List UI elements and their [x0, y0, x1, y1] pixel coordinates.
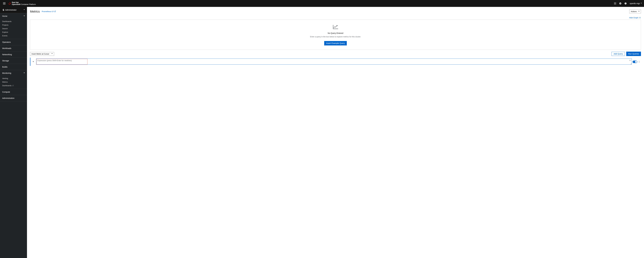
nav-item-operators[interactable]: Operators — [0, 39, 27, 45]
insert-example-query-button[interactable]: Insert Example Query — [324, 41, 347, 46]
svg-rect-2 — [615, 2, 615, 3]
svg-rect-3 — [616, 2, 616, 3]
clear-expression-button[interactable]: × — [630, 59, 631, 62]
plus-icon[interactable] — [619, 2, 622, 4]
nav-item-workloads[interactable]: Workloads — [0, 45, 27, 51]
nav-item-home[interactable]: Home — [0, 13, 27, 19]
nav-sub-explore[interactable]: Explore — [0, 30, 27, 34]
chevron-down-icon — [24, 72, 25, 74]
chart-icon — [332, 25, 338, 29]
query-toggle-expand[interactable] — [31, 61, 36, 62]
nav-section-monitoring: Monitoring Alerting Metrics Dashboards — [0, 70, 27, 89]
compress-icon — [639, 17, 641, 18]
masthead: Red Hat OpenShift Container Platform ? o… — [0, 0, 644, 7]
page-title: Metrics — [30, 10, 40, 13]
external-link-icon — [54, 11, 56, 12]
svg-rect-8 — [615, 4, 615, 4]
nav-sub-events[interactable]: Events — [0, 34, 27, 38]
nav-item-networking[interactable]: Networking — [0, 52, 27, 58]
nav-sub-search[interactable]: Search — [0, 27, 27, 30]
check-icon: ✓ — [633, 61, 634, 62]
svg-rect-7 — [614, 4, 614, 4]
caret-down-icon — [52, 53, 52, 54]
brand-suffix: Container Platform — [21, 3, 36, 5]
empty-state-title: No Query Entered — [328, 32, 343, 34]
nav-sub-dashboards[interactable]: Dashboards — [0, 20, 27, 23]
perspective-switcher[interactable]: Administrator — [0, 7, 27, 13]
chevron-down-icon — [33, 61, 34, 62]
empty-state-subtitle: Enter a query in the box below to explor… — [310, 36, 361, 38]
app-launcher-icon[interactable] — [614, 2, 616, 4]
external-link-icon — [12, 85, 14, 86]
nav-item-storage[interactable]: Storage — [0, 58, 27, 64]
nav-item-builds[interactable]: Builds — [0, 64, 27, 70]
caret-down-icon — [641, 3, 642, 4]
redhat-logo-icon — [8, 2, 11, 5]
nav-toggle-button[interactable] — [2, 2, 6, 5]
graph-empty-state: No Query Entered Enter a query in the bo… — [30, 20, 641, 50]
svg-rect-9 — [616, 4, 616, 4]
svg-text:?: ? — [625, 2, 626, 4]
query-kebab-menu[interactable] — [638, 60, 640, 63]
expression-input[interactable] — [36, 58, 632, 64]
svg-rect-12 — [620, 3, 621, 4]
perspective-label: Administrator — [5, 9, 22, 11]
run-queries-button[interactable]: Run Queries — [626, 52, 641, 56]
brand[interactable]: Red Hat OpenShift Container Platform — [8, 2, 36, 5]
brand-vendor: Red Hat — [12, 2, 36, 4]
query-enabled-toggle[interactable]: ✓ — [632, 60, 637, 63]
chevron-down-icon — [24, 16, 25, 17]
nav-sub-alerting[interactable]: Alerting — [0, 77, 27, 80]
prometheus-ui-link[interactable]: Prometheus UI — [42, 10, 56, 12]
nav-item-compute[interactable]: Compute — [0, 89, 27, 95]
nav-sub-projects[interactable]: Projects — [0, 23, 27, 27]
main-content: Metrics Prometheus UI Actions Hide Graph — [27, 7, 644, 258]
svg-point-0 — [8, 2, 10, 4]
nav-item-administration[interactable]: Administration — [0, 95, 27, 101]
query-row: × ✓ — [30, 58, 641, 66]
insert-metric-dropdown[interactable]: Insert Metric at Cursor — [30, 52, 54, 56]
gear-icon — [2, 9, 4, 11]
hide-graph-button[interactable]: Hide Graph — [629, 17, 641, 19]
svg-rect-4 — [614, 3, 614, 4]
svg-rect-5 — [615, 3, 615, 4]
user-name: opentlc-mgr — [630, 2, 640, 4]
actions-dropdown[interactable]: Actions — [629, 10, 641, 13]
caret-down-icon — [638, 11, 640, 12]
caret-down-icon — [24, 9, 25, 10]
user-menu[interactable]: opentlc-mgr — [630, 2, 642, 4]
sidebar: Administrator Home Dashboards Projects S… — [0, 7, 27, 258]
help-icon[interactable]: ? — [624, 2, 627, 4]
nav-item-monitoring[interactable]: Monitoring — [0, 70, 27, 76]
nav-sub-dashboards-monitoring[interactable]: Dashboards — [0, 84, 27, 88]
nav-section-home: Home Dashboards Projects Search Explore … — [0, 13, 27, 39]
brand-product: OpenShift — [12, 3, 20, 5]
svg-rect-1 — [614, 2, 614, 3]
svg-rect-6 — [616, 3, 616, 4]
nav-sub-metrics[interactable]: Metrics — [0, 80, 27, 84]
add-query-button[interactable]: Add Query — [612, 52, 625, 56]
